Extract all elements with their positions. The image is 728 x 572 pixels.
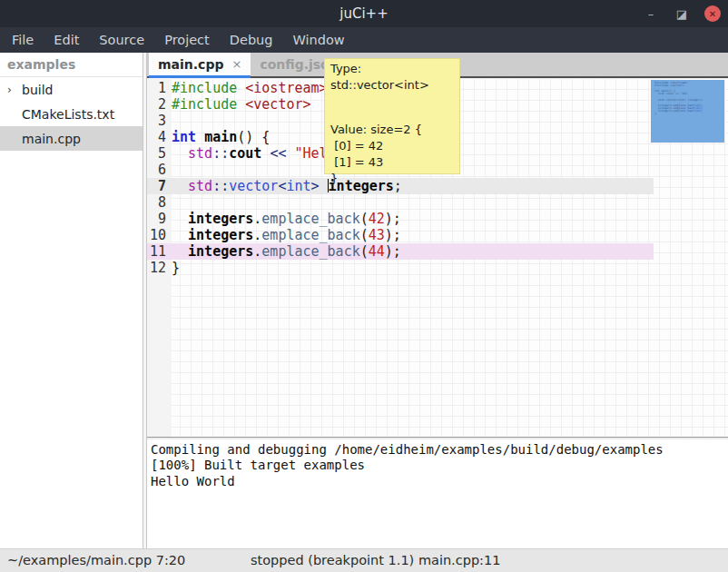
- code-line-text: #include <vector>: [172, 96, 311, 113]
- tab-close-icon[interactable]: ×: [231, 57, 241, 71]
- code-line-text: }: [172, 260, 180, 276]
- minimap-code: #include <iostream> #include <vector> in…: [651, 80, 724, 115]
- menu-item-project[interactable]: Project: [154, 27, 220, 53]
- terminal-output-line: Compiling and debugging /home/eidheim/ex…: [151, 442, 728, 458]
- code-line-text: int main() {: [172, 129, 270, 145]
- code-line-text: integers.emplace_back(43);: [172, 227, 401, 243]
- code-line[interactable]: 11 integers.emplace_back(44);: [147, 243, 401, 260]
- line-number[interactable]: 8: [147, 194, 166, 211]
- code-line-text: std::cout << "Hel: [172, 145, 328, 162]
- window-title: juCi++: [0, 5, 728, 22]
- tab-main-cpp[interactable]: main.cpp×: [149, 53, 251, 78]
- tooltip-value: Value: size=2 { [0] = 42 [1] = 43}: [330, 122, 454, 187]
- code-line[interactable]: 2#include <vector>: [147, 96, 311, 113]
- menu-bar: FileEditSourceProjectDebugWindow: [0, 27, 728, 53]
- line-number[interactable]: 1: [147, 80, 166, 96]
- close-icon[interactable]: ✕: [704, 5, 721, 22]
- code-line[interactable]: 3: [147, 113, 172, 129]
- terminal-output-line: Hello World: [151, 474, 728, 489]
- code-line[interactable]: 10 integers.emplace_back(43);: [147, 227, 401, 243]
- tree-item-label: build: [22, 83, 53, 97]
- tree-item-label: CMakeLists.txt: [22, 107, 114, 122]
- status-debug-state: stopped (breakpoint 1.1) main.cpp:11: [251, 549, 500, 572]
- code-line[interactable]: 8: [147, 194, 172, 211]
- sidebar-item-cmakelists-txt[interactable]: CMakeLists.txt: [0, 102, 143, 126]
- code-line[interactable]: 4int main() {: [147, 129, 270, 145]
- line-number[interactable]: 2: [147, 96, 166, 113]
- terminal-output-line: [100%] Built target examples: [151, 458, 728, 473]
- tooltip-type: Type: std::vector<int>: [330, 61, 454, 94]
- debug-value-tooltip: Type: std::vector<int> Value: size=2 { […: [324, 58, 460, 174]
- file-tree: ›buildCMakeLists.txtmain.cpp: [0, 77, 143, 151]
- minimize-icon[interactable]: –: [643, 5, 659, 22]
- line-number[interactable]: 11: [147, 243, 166, 260]
- code-line-text: integers.emplace_back(42);: [172, 211, 401, 227]
- minimap[interactable]: #include <iostream> #include <vector> in…: [651, 80, 724, 143]
- tree-item-label: main.cpp: [22, 132, 81, 146]
- status-file-position: ~/examples/main.cpp 7:20: [7, 549, 185, 572]
- output-terminal[interactable]: Compiling and debugging /home/eidheim/ex…: [147, 439, 728, 548]
- menu-item-edit[interactable]: Edit: [44, 27, 89, 53]
- code-line[interactable]: 9 integers.emplace_back(42);: [147, 211, 401, 227]
- code-line-text: #include <iostream>: [172, 80, 328, 96]
- code-line-text: integers.emplace_back(44);: [172, 243, 401, 260]
- file-tree-sidebar: examples ›buildCMakeLists.txtmain.cpp: [0, 53, 143, 548]
- tab-label: main.cpp: [158, 57, 223, 72]
- menu-item-debug[interactable]: Debug: [220, 27, 283, 53]
- code-line[interactable]: 12}: [147, 260, 180, 276]
- menu-item-file[interactable]: File: [2, 27, 44, 53]
- window-controls: – ◪ ✕: [643, 0, 721, 27]
- line-number[interactable]: 12: [147, 260, 166, 276]
- line-number[interactable]: 10: [147, 227, 166, 243]
- line-number[interactable]: 7: [147, 178, 166, 194]
- line-number[interactable]: 6: [147, 162, 166, 178]
- line-number[interactable]: 3: [147, 113, 166, 129]
- line-number[interactable]: 5: [147, 145, 166, 162]
- line-number[interactable]: 9: [147, 211, 166, 227]
- sidebar-item-build[interactable]: ›build: [0, 77, 143, 102]
- app-window: juCi++ – ◪ ✕ FileEditSourceProjectDebugW…: [0, 0, 728, 572]
- restore-icon[interactable]: ◪: [674, 5, 690, 22]
- sidebar-item-main-cpp[interactable]: main.cpp: [0, 126, 143, 151]
- code-line[interactable]: 5 std::cout << "Hel: [147, 145, 328, 162]
- code-line[interactable]: 6: [147, 162, 172, 178]
- code-line[interactable]: 1#include <iostream>: [147, 80, 328, 96]
- title-bar[interactable]: juCi++ – ◪ ✕: [0, 0, 728, 27]
- project-name: examples: [0, 53, 143, 77]
- status-bar: ~/examples/main.cpp 7:20 stopped (breakp…: [0, 548, 728, 572]
- line-number[interactable]: 4: [147, 129, 166, 145]
- menu-item-source[interactable]: Source: [89, 27, 154, 53]
- menu-item-window[interactable]: Window: [282, 27, 354, 53]
- chevron-right-icon[interactable]: ›: [7, 84, 22, 96]
